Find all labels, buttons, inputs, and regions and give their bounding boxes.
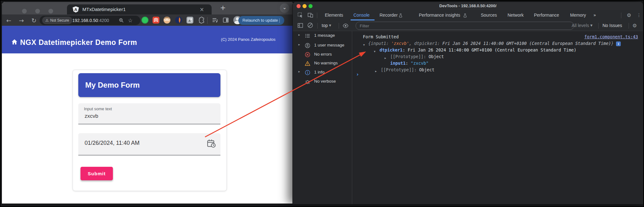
more-tabs-icon[interactable]: » [593,10,596,20]
sidebar-item-warnings[interactable]: No warnings [293,60,352,67]
sidebar-divider[interactable] [352,31,352,204]
console-prototype-row[interactable]: ▸ [[Prototype]]: Object [390,53,444,60]
extension-image-icon[interactable] [186,17,193,24]
console-prototype-row[interactable]: ▸ [[Prototype]]: Object [381,67,435,73]
sidebar-item-messages[interactable]: ▸ 1 message [293,32,352,39]
url-port: :4200 [98,18,109,23]
extension-swirl-icon[interactable] [175,17,182,24]
eye-icon[interactable] [342,23,349,30]
new-tab-button[interactable]: + [218,3,228,13]
sidebar-item-verbose[interactable]: No verbose [293,78,352,85]
tabbar-separator [621,13,621,18]
submit-button[interactable]: Submit [80,167,113,180]
expand-open-icon[interactable]: ▾ [363,42,365,48]
inspect-element-icon[interactable] [297,12,303,19]
form-card-title: My Demo Form [85,73,140,97]
console-settings-gear-icon[interactable]: ⚙ [632,20,637,31]
browser-menu-kebab-icon[interactable]: ⋮ [277,16,282,25]
expand-icon[interactable]: ▸ [298,70,300,73]
app-header: NGX Datetimepicker Demo Form (C) 2024 Pa… [2,26,294,53]
tab-elements[interactable]: Elements [325,10,343,20]
reload-icon[interactable]: ↻ [31,14,36,26]
text-field-label: Input some text [84,106,112,111]
expand-icon[interactable]: ▸ [298,33,300,36]
relaunch-button[interactable]: Relaunch to update ⋮ [238,16,284,25]
text-field[interactable]: Input some text [78,103,220,124]
extension-green-icon[interactable] [142,17,148,24]
issues-counter[interactable]: No Issues [602,20,622,31]
console-hint-info-icon[interactable]: i [616,41,621,46]
page-title: NGX Datetimepicker Demo Form [20,38,137,47]
side-panel-icon[interactable] [222,17,229,24]
bug-icon [305,79,310,84]
tab-search-chevron-icon[interactable]: ⌄ [280,3,289,13]
datetime-input[interactable] [84,139,198,147]
security-chip[interactable]: ⚠Not Secure [42,17,72,24]
beaker-icon [463,13,467,19]
zoom-icon[interactable] [119,16,124,25]
devtools-window-title: DevTools - 192.168.0.50:4200/ [293,2,643,10]
sidebar-item-user-messages[interactable]: ▸ 1 user message [293,42,352,49]
browser-tab[interactable]: A MTxDatetimepicker1 × [67,4,212,14]
expand-icon[interactable]: ▸ [298,43,300,46]
extensions-puzzle-icon[interactable] [198,17,205,24]
source-link[interactable]: form1.component.ts:43 [584,34,638,40]
tab-console[interactable]: Console [353,10,369,20]
tab-performance[interactable]: Performance [534,10,559,20]
console-property-dtpicker1[interactable]: ▾ dtpicker1: Fri Jan 26 2024 11:40:00 GM… [380,47,576,53]
console-prompt-icon[interactable]: › [357,72,358,77]
context-selector[interactable]: top ▼ [322,20,331,31]
playlist-icon[interactable] [212,17,219,24]
console-message-title[interactable]: Form Submitted form1.component.ts:43 [363,34,643,40]
tab-performance-insights[interactable]: Performance insights [419,10,460,20]
home-icon[interactable] [11,39,18,46]
warning-triangle-icon [305,61,310,66]
devtools-settings-gear-icon[interactable]: ⚙ [627,10,631,20]
console-property-input1[interactable]: input1: "zxcvb" [390,60,429,66]
security-label: Not Secure [50,18,69,23]
tabbar-separator [317,13,317,18]
console-sidebar-toggle-icon[interactable] [297,23,303,30]
browser-tab-strip: A MTxDatetimepicker1 × + ⌄ [2,2,294,14]
sidebar-item-info[interactable]: ▸ 1 info [293,69,352,76]
extension-face-icon[interactable] [164,17,170,24]
back-icon[interactable]: ← [6,14,11,26]
expand-open-icon[interactable]: ▾ [374,48,375,55]
toolbar-separator [339,23,339,29]
form-card: My Demo Form Input some text Submit [73,70,227,191]
text-input[interactable] [84,113,211,120]
console-object-preview[interactable]: ▾ {input1: 'zxcvb', dtpicker1: Fri Jan 2… [368,40,621,46]
tab-recorder[interactable]: Recorder [380,10,398,20]
calendar-clock-icon[interactable] [207,139,216,148]
url-host: 192.168.0.50 [72,18,98,23]
info-icon [305,70,310,75]
log-levels-selector[interactable]: All levels ▼ [572,20,592,31]
traffic-light-close[interactable] [22,9,27,14]
console-filter-input[interactable] [356,22,574,30]
toolbar-separator [629,23,629,29]
address-bar[interactable]: ⚠Not Secure 192.168.0.50:4200 ☆ [40,16,140,25]
extension-todoist-icon[interactable] [153,17,159,24]
toolbar-separator [317,23,318,29]
devtools-window: DevTools - 192.168.0.50:4200/ Elements C… [292,2,643,204]
devtools-titlebar: DevTools - 192.168.0.50:4200/ [293,2,643,10]
relaunch-label: Relaunch to update [242,16,278,25]
device-toolbar-icon[interactable] [308,12,313,19]
expand-closed-icon[interactable]: ▸ [375,68,377,74]
tab-memory[interactable]: Memory [570,10,586,20]
screenshot-canvas: A MTxDatetimepicker1 × + ⌄ ← → ↻ ⚠Not Se… [0,0,644,207]
expand-closed-icon[interactable]: ▸ [385,55,386,61]
tab-network[interactable]: Network [508,10,524,20]
sidebar-item-errors[interactable]: No errors [293,51,352,58]
traffic-light-minimize[interactable] [35,9,40,14]
copyright-text: (C) 2024 Panos Zafeiropoulos [221,37,275,42]
devtools-menu-kebab-icon[interactable]: ⋮ [637,10,641,20]
clear-console-icon[interactable] [307,22,313,30]
datetime-field[interactable] [78,133,220,155]
angular-favicon-icon: A [73,6,79,13]
tab-close-icon[interactable]: × [200,4,204,14]
bookmark-star-icon[interactable]: ☆ [128,16,133,25]
traffic-light-maximize[interactable] [48,9,53,14]
tab-sources[interactable]: Sources [481,10,497,20]
forward-icon[interactable]: → [19,14,24,26]
